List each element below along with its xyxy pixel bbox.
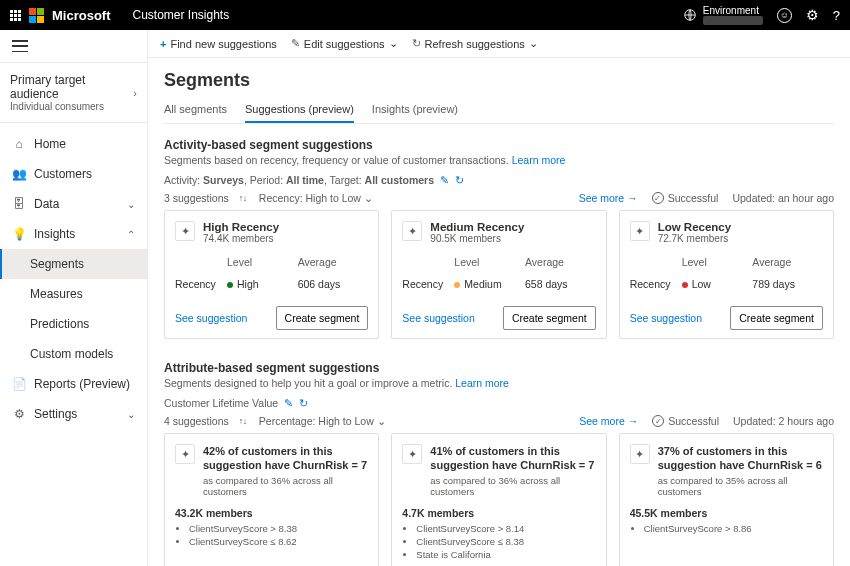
updated-label: Updated: 2 hours ago (733, 415, 834, 427)
card-members: 4.7K members (402, 507, 595, 519)
nav-measures[interactable]: Measures (0, 279, 147, 309)
tabs: All segments Suggestions (preview) Insig… (164, 97, 834, 124)
sort-icon[interactable] (239, 193, 249, 203)
suggestion-card: ✦ 41% of customers in this suggestion ha… (391, 433, 606, 566)
card-title: 37% of customers in this suggestion have… (658, 444, 823, 473)
top-bar: Microsoft Customer Insights Environment … (0, 0, 850, 30)
sort-label[interactable]: Percentage: High to Low ⌄ (259, 415, 386, 427)
see-more-link[interactable]: See more → (579, 192, 638, 204)
row-label: Recency (630, 278, 682, 290)
edit-suggestions-button[interactable]: ✎Edit suggestions ⌄ (291, 37, 398, 50)
chevron-down-icon: ⌄ (529, 37, 538, 50)
learn-more-link[interactable]: Learn more (512, 154, 566, 166)
app-name-label: Customer Insights (133, 8, 230, 22)
tab-suggestions[interactable]: Suggestions (preview) (245, 97, 354, 123)
rule-item: ClientSurveyScore ≤ 8.62 (189, 536, 368, 547)
check-icon: ✓ (652, 192, 664, 204)
help-icon[interactable]: ? (833, 8, 840, 23)
col-average: Average (752, 256, 823, 268)
rule-item: ClientSurveyScore > 8.38 (189, 523, 368, 534)
suggestion-card: ✦ Low Recency72.7K members LevelAverage … (619, 210, 834, 339)
activity-section-subtitle: Segments based on recency, frequency or … (164, 154, 834, 166)
tab-all-segments[interactable]: All segments (164, 97, 227, 123)
environment-name (703, 16, 763, 25)
suggestion-count: 4 suggestions (164, 415, 229, 427)
nav-settings[interactable]: ⚙Settings⌄ (0, 399, 147, 429)
settings-icon[interactable]: ⚙ (806, 7, 819, 23)
feedback-icon[interactable]: ☺ (777, 8, 792, 23)
col-average: Average (525, 256, 596, 268)
edit-activity-icon[interactable]: ✎ (440, 174, 449, 186)
suggestion-card: ✦ Medium Recency90.5K members LevelAvera… (391, 210, 606, 339)
audience-picker[interactable]: Primary target audience Individual consu… (0, 63, 147, 123)
learn-more-link[interactable]: Learn more (455, 377, 509, 389)
reports-icon: 📄 (12, 377, 26, 391)
status-badge: ✓Successful (652, 415, 719, 427)
nav-customers[interactable]: 👥Customers (0, 159, 147, 189)
see-suggestion-link[interactable]: See suggestion (402, 312, 474, 324)
card-members: 45.5K members (630, 507, 823, 519)
average-value: 789 days (752, 278, 823, 290)
tab-insights[interactable]: Insights (preview) (372, 97, 458, 123)
find-suggestions-button[interactable]: +Find new suggestions (160, 38, 277, 50)
nav-insights[interactable]: 💡Insights⌃ (0, 219, 147, 249)
card-title: High Recency (203, 221, 279, 233)
gear-icon: ⚙ (12, 407, 26, 421)
level-value: High (227, 278, 298, 290)
segment-icon: ✦ (402, 221, 422, 241)
sort-icon[interactable] (239, 416, 249, 426)
suggestion-card: ✦ 42% of customers in this suggestion ha… (164, 433, 379, 566)
attribute-meta: Customer Lifetime Value ✎ ↻ (164, 397, 834, 409)
app-launcher-icon[interactable] (10, 10, 21, 21)
customers-icon: 👥 (12, 167, 26, 181)
insights-icon: 💡 (12, 227, 26, 241)
segment-icon: ✦ (630, 221, 650, 241)
refresh-icon: ↻ (412, 37, 421, 50)
card-title: Low Recency (658, 221, 732, 233)
col-level: Level (454, 256, 525, 268)
environment-picker[interactable]: Environment (683, 5, 763, 25)
status-badge: ✓Successful (652, 192, 719, 204)
refresh-suggestions-button[interactable]: ↻Refresh suggestions ⌄ (412, 37, 538, 50)
nav-home[interactable]: ⌂Home (0, 129, 147, 159)
segment-icon: ✦ (175, 221, 195, 241)
edit-attribute-icon[interactable]: ✎ (284, 397, 293, 409)
col-level: Level (227, 256, 298, 268)
refresh-attribute-icon[interactable]: ↻ (299, 397, 308, 409)
refresh-activity-icon[interactable]: ↻ (455, 174, 464, 186)
nav-custom-models[interactable]: Custom models (0, 339, 147, 369)
see-suggestion-link[interactable]: See suggestion (175, 312, 247, 324)
nav-reports[interactable]: 📄Reports (Preview) (0, 369, 147, 399)
nav-segments[interactable]: Segments (0, 249, 147, 279)
chevron-down-icon: ⌄ (127, 409, 135, 420)
chevron-down-icon: ⌄ (127, 199, 135, 210)
card-title: 42% of customers in this suggestion have… (203, 444, 368, 473)
average-value: 606 days (298, 278, 369, 290)
rule-item: ClientSurveyScore > 8.14 (416, 523, 595, 534)
sort-label[interactable]: Recency: High to Low ⌄ (259, 192, 373, 204)
card-subtitle: as compared to 35% across all customers (658, 475, 823, 497)
updated-label: Updated: an hour ago (732, 192, 834, 204)
suggestion-card: ✦ High Recency74.4K members LevelAverage… (164, 210, 379, 339)
rules-list: ClientSurveyScore > 8.86 (630, 523, 823, 536)
environment-label: Environment (703, 5, 763, 16)
activity-section-title: Activity-based segment suggestions (164, 138, 834, 152)
create-segment-button[interactable]: Create segment (503, 306, 596, 330)
nav-predictions[interactable]: Predictions (0, 309, 147, 339)
card-title: 41% of customers in this suggestion have… (430, 444, 595, 473)
audience-sub: Individual consumers (10, 101, 133, 112)
nav-data[interactable]: 🗄Data⌄ (0, 189, 147, 219)
plus-icon: + (160, 38, 166, 50)
chevron-down-icon: ⌄ (389, 37, 398, 50)
attribute-section-subtitle: Segments designed to help you hit a goal… (164, 377, 834, 389)
see-suggestion-link[interactable]: See suggestion (630, 312, 702, 324)
create-segment-button[interactable]: Create segment (276, 306, 369, 330)
see-more-link[interactable]: See more → (579, 415, 638, 427)
hamburger-button[interactable] (0, 30, 147, 63)
microsoft-logo-icon (29, 8, 44, 23)
col-average: Average (298, 256, 369, 268)
create-segment-button[interactable]: Create segment (730, 306, 823, 330)
segment-icon: ✦ (175, 444, 195, 464)
card-members: 43.2K members (175, 507, 368, 519)
col-level: Level (682, 256, 753, 268)
